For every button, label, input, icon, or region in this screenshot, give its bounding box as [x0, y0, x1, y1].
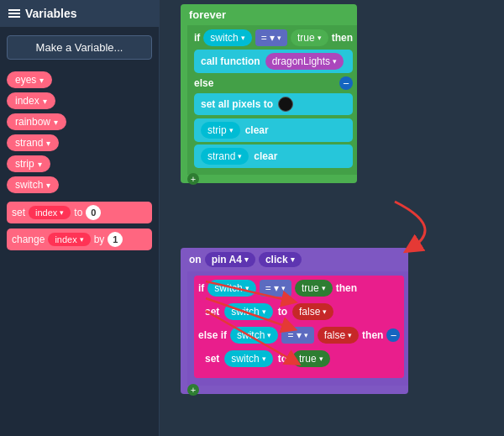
- else-if-kw: else if: [198, 329, 227, 341]
- strip-badge[interactable]: strip: [201, 122, 240, 139]
- strand-badge[interactable]: strand: [201, 148, 249, 165]
- hamburger-icon: [8, 9, 20, 18]
- call-kw: call function: [201, 55, 260, 67]
- var-eyes[interactable]: eyes: [7, 71, 52, 88]
- set-switch-true-row: set switch to true: [198, 347, 400, 370]
- var-strip[interactable]: strip: [7, 155, 50, 172]
- strand-clear-row: strand clear: [194, 144, 353, 168]
- call-function-row: call function dragonLights: [194, 50, 353, 73]
- pin-body: if switch = ▾ true then set switch to fa…: [181, 271, 408, 386]
- var-rainbow[interactable]: rainbow: [7, 113, 66, 130]
- var-index[interactable]: index: [7, 92, 55, 109]
- sidebar-header: Variables: [0, 0, 159, 27]
- var-switch[interactable]: switch: [7, 176, 59, 193]
- set-pixels-row: set all pixels to: [194, 93, 353, 115]
- minus-button-1[interactable]: −: [339, 76, 353, 90]
- change-var-index[interactable]: index: [48, 233, 90, 246]
- then-kw-2: then: [336, 282, 357, 294]
- eq-op-3[interactable]: = ▾: [281, 327, 313, 344]
- if-row-1: if switch = ▾ true then: [194, 29, 353, 46]
- switch-badge-2[interactable]: switch: [207, 280, 255, 297]
- to-kw-2: to: [278, 353, 287, 365]
- variable-list: eyes index rainbow strand strip switch: [0, 68, 159, 197]
- set-to-label: to: [74, 207, 82, 218]
- eq-op-2[interactable]: = ▾: [260, 280, 291, 297]
- plus-button-pin[interactable]: +: [187, 384, 199, 396]
- strand-clear-label: clear: [254, 150, 277, 162]
- minus-button-2[interactable]: −: [386, 328, 400, 342]
- forever-footer: +: [181, 175, 357, 183]
- forever-header: forever: [181, 4, 357, 25]
- set-value-0[interactable]: 0: [86, 205, 101, 220]
- plus-button-forever[interactable]: +: [187, 173, 199, 185]
- true-badge-3[interactable]: true: [292, 350, 330, 367]
- change-by-label: by: [94, 234, 105, 245]
- click-badge[interactable]: click: [259, 252, 302, 267]
- switch-badge-3[interactable]: switch: [224, 303, 272, 320]
- eq-op-1[interactable]: = ▾: [255, 29, 287, 46]
- sidebar-title: Variables: [25, 7, 77, 20]
- var-strand[interactable]: strand: [7, 134, 59, 151]
- true-badge-1[interactable]: true: [291, 29, 328, 46]
- inner-if-row: if switch = ▾ true then: [198, 280, 400, 297]
- then-kw-3: then: [362, 329, 383, 341]
- change-block: change index by 1: [7, 229, 152, 250]
- set-block: set index to 0: [7, 202, 152, 223]
- pin-block: on pin A4 click if switch = ▾ true then …: [181, 248, 408, 394]
- set-pixels-label: set all pixels to: [201, 98, 273, 110]
- main-area: forever if switch = ▾ true then call fun…: [160, 0, 504, 436]
- false-badge-1[interactable]: false: [292, 303, 333, 320]
- inner-if-kw: if: [198, 282, 204, 294]
- strip-clear-row: strip clear: [194, 118, 353, 142]
- pin-header: on pin A4 click: [181, 248, 408, 271]
- else-row: else −: [194, 76, 353, 90]
- change-label: change: [12, 234, 45, 245]
- black-color-circle[interactable]: [278, 97, 293, 112]
- set-var-index[interactable]: index: [29, 206, 71, 219]
- to-kw-1: to: [278, 306, 287, 318]
- change-value-1[interactable]: 1: [108, 232, 123, 247]
- switch-badge-4[interactable]: switch: [230, 327, 278, 344]
- pin-footer: +: [181, 386, 408, 394]
- set-kw-1: set: [205, 306, 219, 318]
- strip-clear-label: clear: [245, 124, 269, 136]
- set-label: set: [12, 207, 25, 218]
- set-kw-2: set: [205, 353, 219, 365]
- forever-block: forever if switch = ▾ true then call fun…: [181, 4, 357, 183]
- make-variable-button[interactable]: Make a Variable...: [7, 35, 152, 60]
- forever-body: if switch = ▾ true then call function dr…: [181, 25, 357, 175]
- set-switch-false-row: set switch to false: [198, 300, 400, 323]
- switch-badge-5[interactable]: switch: [224, 350, 272, 367]
- then-kw-1: then: [332, 32, 353, 44]
- forever-label: forever: [189, 8, 226, 21]
- on-kw: on: [189, 254, 202, 265]
- sidebar: Variables Make a Variable... eyes index …: [0, 0, 160, 436]
- if-kw: if: [194, 32, 200, 44]
- switch-badge-1[interactable]: switch: [203, 29, 251, 46]
- else-kw: else: [194, 77, 213, 89]
- false-badge-cmp[interactable]: false: [318, 327, 359, 344]
- function-name-badge[interactable]: dragonLights: [265, 53, 344, 70]
- pin-a4-badge[interactable]: pin A4: [205, 252, 255, 267]
- else-if-row: else if switch = ▾ false then −: [198, 327, 400, 344]
- true-badge-2[interactable]: true: [295, 280, 333, 297]
